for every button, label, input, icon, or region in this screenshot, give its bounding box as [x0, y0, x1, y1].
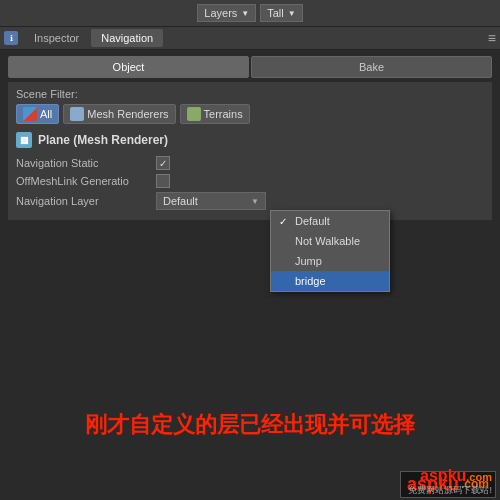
scene-filter-row: All Mesh Renderers Terrains [16, 104, 484, 124]
nav-layer-select[interactable]: Default [156, 192, 266, 210]
checkmark-default: ✓ [279, 216, 291, 227]
inspector-tab-icon: ℹ [4, 31, 18, 45]
scene-filter-label: Scene Filter: [16, 88, 484, 100]
nav-static-row: Navigation Static ✓ [16, 156, 484, 170]
bottom-annotation-text: 刚才自定义的层已经出现并可选择 [10, 410, 490, 440]
tall-dropdown[interactable]: Tall [260, 4, 302, 22]
filter-all-button[interactable]: All [16, 104, 59, 124]
object-title: ▦ Plane (Mesh Renderer) [16, 132, 484, 148]
watermark-sub-text: 免费网站源码下载站! [408, 485, 492, 496]
panel-buttons: Object Bake [8, 56, 492, 78]
nav-layer-row: Navigation Layer Default [16, 192, 484, 210]
offmesh-row: OffMeshLink Generatio [16, 174, 484, 188]
dropdown-label-bridge: bridge [295, 275, 326, 287]
dropdown-item-jump[interactable]: Jump [271, 251, 389, 271]
top-bar: Layers Tall [0, 0, 500, 27]
bake-button[interactable]: Bake [251, 56, 492, 78]
all-filter-icon [23, 107, 37, 121]
tab-menu-icon[interactable]: ≡ [488, 30, 496, 46]
tab-bar: ℹ Inspector Navigation ≡ [0, 27, 500, 50]
tab-inspector[interactable]: Inspector [24, 29, 89, 47]
dropdown-label-jump: Jump [295, 255, 322, 267]
main-panel: Scene Filter: All Mesh Renderers Terrain… [8, 82, 492, 220]
watermark-subtitle: aspku.com 免费网站源码下载站! [408, 466, 492, 496]
filter-terrain-button[interactable]: Terrains [180, 104, 250, 124]
terrain-filter-icon [187, 107, 201, 121]
object-button[interactable]: Object [8, 56, 249, 78]
plane-icon: ▦ [16, 132, 32, 148]
nav-static-checkbox[interactable]: ✓ [156, 156, 170, 170]
filter-mesh-label: Mesh Renderers [87, 108, 168, 120]
mesh-filter-icon [70, 107, 84, 121]
dropdown-label-default: Default [295, 215, 330, 227]
filter-terrain-label: Terrains [204, 108, 243, 120]
dropdown-menu: ✓ Default Not Walkable Jump bridge [270, 210, 390, 292]
dropdown-item-default[interactable]: ✓ Default [271, 211, 389, 231]
layers-dropdown[interactable]: Layers [197, 4, 256, 22]
dropdown-item-notwalkable[interactable]: Not Walkable [271, 231, 389, 251]
dropdown-label-notwalkable: Not Walkable [295, 235, 360, 247]
nav-layer-value: Default [163, 195, 198, 207]
filter-mesh-button[interactable]: Mesh Renderers [63, 104, 175, 124]
filter-all-label: All [40, 108, 52, 120]
object-title-text: Plane (Mesh Renderer) [38, 133, 168, 147]
offmesh-checkbox[interactable] [156, 174, 170, 188]
tab-navigation[interactable]: Navigation [91, 29, 163, 47]
nav-static-label: Navigation Static [16, 157, 156, 169]
nav-layer-label: Navigation Layer [16, 195, 156, 207]
offmesh-label: OffMeshLink Generatio [16, 175, 156, 187]
dropdown-item-bridge[interactable]: bridge [271, 271, 389, 291]
